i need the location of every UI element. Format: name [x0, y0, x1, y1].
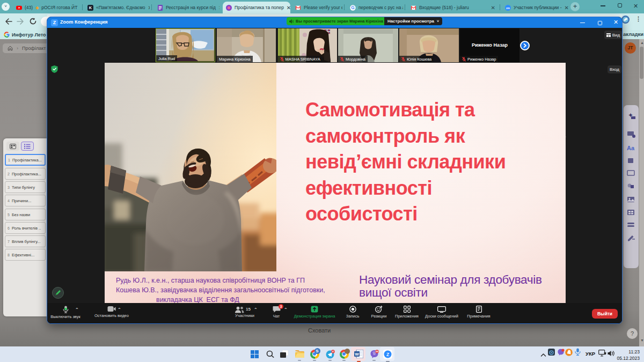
svg-text:G: G [351, 5, 354, 10]
svg-text:zm: zm [506, 6, 510, 9]
svg-text:K: K [89, 5, 92, 10]
svg-text:W: W [355, 352, 359, 357]
svg-text:Z: Z [386, 351, 389, 357]
svg-text:47: 47 [332, 350, 334, 352]
svg-text:Aa: Aa [627, 145, 635, 151]
svg-text:999: 999 [375, 350, 378, 352]
